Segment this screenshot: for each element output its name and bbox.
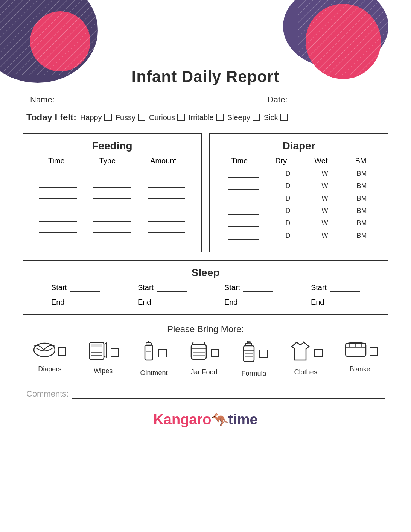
feeding-type-3[interactable] bbox=[93, 192, 131, 199]
diaper-time-6[interactable] bbox=[228, 232, 259, 240]
sleep-end-line-3[interactable] bbox=[241, 299, 271, 306]
diaper-col-wet: Wet bbox=[314, 157, 327, 165]
feeling-sleepy-checkbox[interactable] bbox=[253, 114, 260, 121]
sleep-start-line-3[interactable] bbox=[243, 284, 273, 292]
feeding-type-5[interactable] bbox=[93, 214, 131, 222]
diaper-d-4: D bbox=[280, 207, 295, 215]
feeding-amount-4[interactable] bbox=[148, 203, 185, 210]
feeding-type-2[interactable] bbox=[93, 180, 131, 188]
name-label: Name: bbox=[30, 95, 55, 104]
brand-kangaro: Kangaro bbox=[153, 412, 211, 427]
feeling-irritable: Irritable bbox=[189, 113, 224, 122]
bring-jar-food-icon-row bbox=[189, 340, 219, 365]
feeding-type-4[interactable] bbox=[93, 203, 131, 210]
diaper-row-4: D W BM bbox=[218, 207, 380, 215]
footer-brand: Kangaro🦘time bbox=[23, 408, 388, 435]
comments-line[interactable] bbox=[72, 389, 385, 399]
feeling-sleepy-label: Sleepy bbox=[227, 113, 250, 122]
bring-clothes-icon-row bbox=[289, 340, 323, 365]
feeling-sick-checkbox[interactable] bbox=[280, 114, 288, 121]
feeding-section: Feeding Time Type Amount bbox=[23, 133, 202, 252]
diaper-col-time: Time bbox=[231, 157, 248, 165]
svg-rect-10 bbox=[145, 345, 152, 360]
feeding-amount-3[interactable] bbox=[148, 192, 185, 199]
feeding-amount-1[interactable] bbox=[148, 169, 185, 176]
diaper-bm-5: BM bbox=[354, 219, 369, 227]
clothes-icon bbox=[289, 340, 312, 365]
feeding-time-2[interactable] bbox=[39, 180, 77, 188]
name-line[interactable] bbox=[58, 102, 148, 102]
sleep-start-line-2[interactable] bbox=[157, 284, 187, 292]
comments-label: Comments: bbox=[26, 389, 68, 399]
bring-blanket: Blanket bbox=[344, 340, 378, 373]
bring-clothes: Clothes bbox=[289, 340, 323, 376]
feeling-sick: Sick bbox=[264, 113, 288, 122]
bring-more-title: Please Bring More: bbox=[23, 324, 388, 334]
bring-wipes: Wipes bbox=[88, 340, 119, 375]
sleep-end-line-4[interactable] bbox=[327, 299, 357, 306]
blanket-checkbox[interactable] bbox=[370, 347, 378, 356]
sleep-end-label-1: End bbox=[51, 298, 65, 307]
date-line[interactable] bbox=[291, 102, 381, 102]
feeding-time-1[interactable] bbox=[39, 169, 77, 176]
diaper-row-1: D W BM bbox=[218, 170, 380, 178]
feeling-happy-label: Happy bbox=[80, 113, 102, 122]
diaper-time-4[interactable] bbox=[228, 207, 259, 215]
diaper-section: Diaper Time Dry Wet BM D W BM D W BM bbox=[209, 133, 388, 252]
feeling-irritable-label: Irritable bbox=[189, 113, 214, 122]
feeling-curious: Curious bbox=[149, 113, 185, 122]
diaper-time-5[interactable] bbox=[228, 220, 259, 227]
feeding-time-4[interactable] bbox=[39, 203, 77, 210]
svg-rect-6 bbox=[91, 344, 102, 347]
feeding-row bbox=[31, 169, 193, 176]
feeding-time-6[interactable] bbox=[39, 225, 77, 233]
feeding-time-3[interactable] bbox=[39, 192, 77, 199]
diaper-d-3: D bbox=[280, 195, 295, 202]
wipes-checkbox[interactable] bbox=[111, 348, 119, 357]
sleep-start-line-4[interactable] bbox=[330, 284, 360, 292]
sleep-end-3: End bbox=[224, 298, 273, 307]
diaper-time-3[interactable] bbox=[228, 195, 259, 202]
diaper-w-3: W bbox=[317, 195, 332, 202]
diaper-w-5: W bbox=[317, 219, 332, 227]
feeding-type-1[interactable] bbox=[93, 169, 131, 176]
feeling-irritable-checkbox[interactable] bbox=[216, 114, 224, 121]
bring-jar-food: Jar Food bbox=[189, 340, 219, 376]
clothes-checkbox[interactable] bbox=[314, 349, 323, 357]
sleep-rows: Start End Start End bbox=[32, 283, 379, 307]
formula-checkbox[interactable] bbox=[259, 350, 268, 358]
diaper-bm-2: BM bbox=[354, 182, 369, 190]
sleep-start-line-1[interactable] bbox=[70, 284, 100, 292]
feeding-amount-6[interactable] bbox=[148, 225, 185, 233]
feeding-time-5[interactable] bbox=[39, 214, 77, 222]
diaper-time-1[interactable] bbox=[228, 170, 259, 178]
feeling-happy: Happy bbox=[80, 113, 112, 122]
sleep-end-line-1[interactable] bbox=[67, 299, 97, 306]
page-title: Infant Daily Report bbox=[23, 68, 388, 86]
feeling-curious-label: Curious bbox=[149, 113, 175, 122]
feeling-curious-checkbox[interactable] bbox=[177, 114, 185, 121]
diaper-d-5: D bbox=[280, 219, 295, 227]
brand-kangaroo-icon: 🦘 bbox=[212, 412, 228, 427]
ointment-checkbox[interactable] bbox=[158, 349, 167, 357]
feeding-amount-2[interactable] bbox=[148, 180, 185, 188]
diaper-row-6: D W BM bbox=[218, 232, 380, 240]
blanket-icon bbox=[344, 340, 367, 362]
feeding-type-6[interactable] bbox=[93, 225, 131, 233]
feeding-col-amount: Amount bbox=[150, 157, 176, 165]
comments-section: Comments: bbox=[23, 389, 388, 399]
bring-diapers-icon-row bbox=[33, 340, 66, 362]
date-field: Date: bbox=[268, 95, 381, 105]
jar-food-checkbox[interactable] bbox=[211, 349, 219, 357]
sleep-section: Sleep Start End Start End bbox=[23, 260, 388, 315]
feeling-fussy-checkbox[interactable] bbox=[138, 114, 145, 121]
feeding-amount-5[interactable] bbox=[148, 214, 185, 222]
diaper-time-2[interactable] bbox=[228, 182, 259, 190]
sleep-start-label-3: Start bbox=[224, 283, 240, 292]
diapers-checkbox[interactable] bbox=[58, 347, 66, 356]
feeding-col-type: Type bbox=[99, 157, 116, 165]
feeling-sleepy: Sleepy bbox=[227, 113, 260, 122]
sleep-end-line-2[interactable] bbox=[154, 299, 184, 306]
feeling-happy-checkbox[interactable] bbox=[104, 114, 112, 121]
feeding-header: Time Type Amount bbox=[31, 157, 193, 165]
